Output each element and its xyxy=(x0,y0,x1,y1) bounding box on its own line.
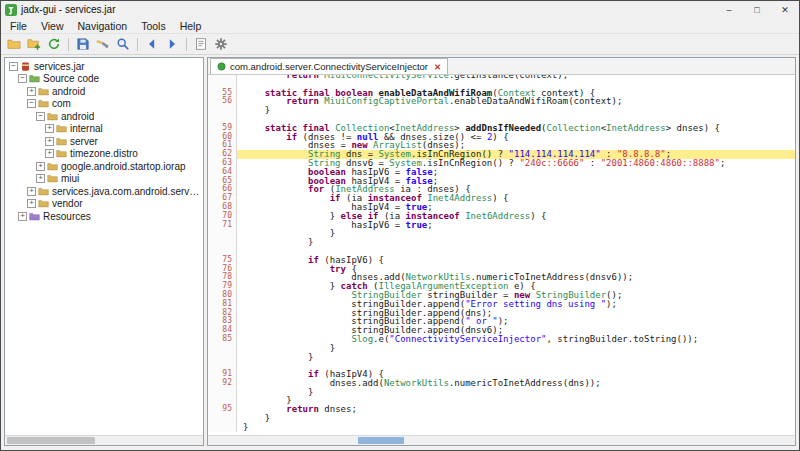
tab-close-icon[interactable]: ✕ xyxy=(434,62,441,72)
text-search-button[interactable] xyxy=(94,36,112,53)
menu-item-tools[interactable]: Tools xyxy=(134,20,173,32)
forward-icon xyxy=(165,37,179,51)
tree-item-services-java-com-android-server[interactable]: +services.java.com.android.server... xyxy=(5,185,203,198)
menu-item-view[interactable]: View xyxy=(34,20,71,32)
menu-bar: FileViewNavigationToolsHelp xyxy=(1,18,799,33)
code-line[interactable]: } xyxy=(208,423,795,432)
tree-item-label: internal xyxy=(70,123,103,134)
tree-item-services-jar[interactable]: −services.jar xyxy=(5,60,203,73)
code-line[interactable]: 95 return dnses; xyxy=(208,405,795,414)
collapse-handle-icon[interactable]: − xyxy=(27,99,36,108)
line-number: 95 xyxy=(208,405,237,414)
maximize-button[interactable]: □ xyxy=(743,1,771,18)
back-button[interactable] xyxy=(143,36,161,53)
toolbar-separator xyxy=(68,38,69,51)
expand-handle-icon[interactable]: + xyxy=(36,162,45,171)
code-line[interactable]: 56 return MiuiConfigCaptivePortal.enable… xyxy=(208,97,795,106)
menu-item-file[interactable]: File xyxy=(3,20,34,32)
code-line[interactable]: } xyxy=(208,106,795,115)
tree-item-label: google.android.startop.iorap xyxy=(61,161,186,172)
tree-scrollbar-thumb[interactable] xyxy=(7,437,95,444)
tree-item-android[interactable]: −android xyxy=(5,110,203,123)
expand-handle-icon[interactable]: + xyxy=(18,212,27,221)
line-number xyxy=(208,414,237,423)
expand-handle-icon[interactable]: + xyxy=(36,174,45,183)
class-search-icon xyxy=(116,37,130,51)
menu-item-help[interactable]: Help xyxy=(173,20,209,32)
toolbar-separator xyxy=(186,38,187,51)
package-icon xyxy=(47,161,58,172)
expand-handle-icon[interactable]: + xyxy=(27,187,36,196)
window-title: jadx-gui - services.jar xyxy=(21,4,115,15)
code-line[interactable]: } xyxy=(208,388,795,397)
add-files-button[interactable] xyxy=(25,36,43,53)
main-area: −services.jar−Source code+android−com−an… xyxy=(1,55,799,450)
tree-item-google-android-startop-iorap[interactable]: +google.android.startop.iorap xyxy=(5,160,203,173)
collapse-handle-icon[interactable]: − xyxy=(36,112,45,121)
tab-connectivity-service-injector[interactable]: com.android.server.ConnectivityServiceIn… xyxy=(210,58,448,74)
preferences-button[interactable] xyxy=(212,36,230,53)
expand-handle-icon[interactable]: + xyxy=(45,137,54,146)
tree-horizontal-scrollbar[interactable] xyxy=(5,435,203,445)
menu-item-navigation[interactable]: Navigation xyxy=(71,20,135,32)
tree-item-label: server xyxy=(70,136,98,147)
expand-handle-icon[interactable]: + xyxy=(45,149,54,158)
tree-item-label: android xyxy=(61,111,94,122)
expand-handle-icon[interactable]: + xyxy=(45,124,54,133)
tree-item-resources[interactable]: +Resources xyxy=(5,210,203,223)
code-line[interactable]: } xyxy=(208,414,795,423)
tab-label: com.android.server.ConnectivityServiceIn… xyxy=(230,61,428,72)
line-number xyxy=(208,106,237,115)
package-icon xyxy=(56,123,67,134)
tree-item-label: Source code xyxy=(43,73,99,84)
code-text: } xyxy=(237,388,795,397)
code-text: } xyxy=(237,106,795,115)
tree-item-label: android xyxy=(52,86,85,97)
collapse-handle-icon[interactable]: − xyxy=(9,62,18,71)
code-editor[interactable]: return MiuiConnectivityService.getInstan… xyxy=(208,75,795,435)
code-text: } xyxy=(237,423,795,432)
class-search-button[interactable] xyxy=(114,36,132,53)
close-button[interactable]: ✕ xyxy=(771,1,799,18)
code-text: } xyxy=(237,238,795,247)
tab-bar: com.android.server.ConnectivityServiceIn… xyxy=(208,58,795,75)
tree-item-vendor[interactable]: +vendor xyxy=(5,198,203,211)
expand-handle-icon[interactable]: + xyxy=(27,87,36,96)
tree-item-label: timezone.distro xyxy=(70,148,138,159)
expand-handle-icon[interactable]: + xyxy=(27,199,36,208)
code-scrollbar-thumb[interactable] xyxy=(358,437,404,444)
line-number: 92 xyxy=(208,379,237,388)
code-panel: com.android.server.ConnectivityServiceIn… xyxy=(207,57,796,446)
line-number xyxy=(208,353,237,362)
toolbar-separator xyxy=(137,38,138,51)
package-icon xyxy=(47,173,58,184)
code-horizontal-scrollbar[interactable] xyxy=(208,435,795,445)
minimize-button[interactable]: – xyxy=(715,1,743,18)
line-number xyxy=(208,423,237,432)
code-line[interactable]: } xyxy=(208,353,795,362)
open-file-button[interactable] xyxy=(5,36,23,53)
tree-item-miui[interactable]: +miui xyxy=(5,173,203,186)
toolbar xyxy=(1,33,799,55)
tree-item-server[interactable]: +server xyxy=(5,135,203,148)
collapse-handle-icon[interactable]: − xyxy=(18,74,27,83)
tree-item-timezone-distro[interactable]: +timezone.distro xyxy=(5,148,203,161)
source-folder-icon xyxy=(29,73,40,84)
code-text: return MiuiConfigCaptivePortal.enableDat… xyxy=(237,97,795,106)
tree-item-source-code[interactable]: −Source code xyxy=(5,73,203,86)
text-search-icon xyxy=(96,37,110,51)
reload-button[interactable] xyxy=(45,36,63,53)
tree-item-label: miui xyxy=(61,173,79,184)
code-line[interactable]: } xyxy=(208,238,795,247)
tree-item-internal[interactable]: +internal xyxy=(5,123,203,136)
package-icon xyxy=(38,86,49,97)
reload-icon xyxy=(47,37,61,51)
forward-button[interactable] xyxy=(163,36,181,53)
log-viewer-button[interactable] xyxy=(192,36,210,53)
tree-item-android[interactable]: +android xyxy=(5,85,203,98)
title-bar[interactable]: jadx-gui - services.jar – □ ✕ xyxy=(1,1,799,18)
tree-item-com[interactable]: −com xyxy=(5,98,203,111)
package-icon xyxy=(56,136,67,147)
save-all-button[interactable] xyxy=(74,36,92,53)
package-icon xyxy=(38,198,49,209)
